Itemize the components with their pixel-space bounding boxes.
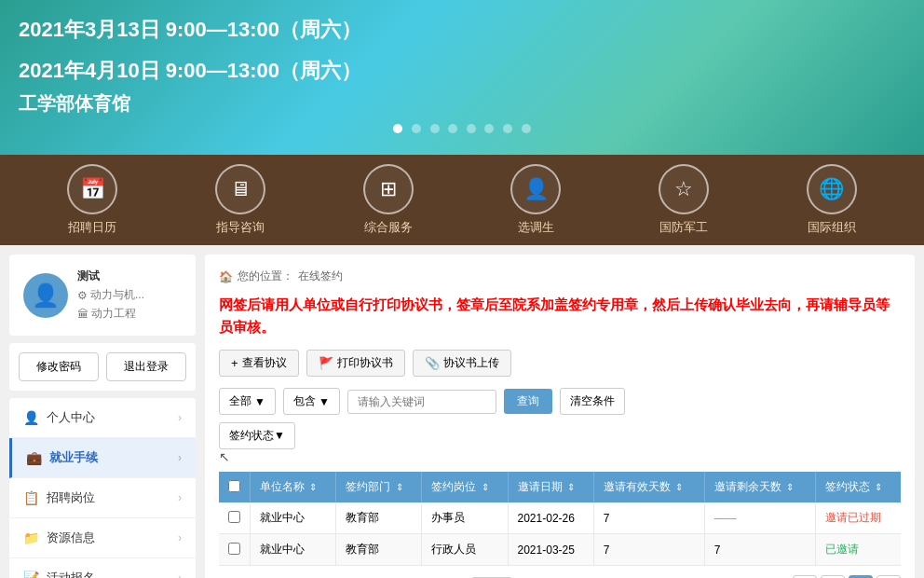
change-password-button[interactable]: 修改密码 bbox=[19, 352, 99, 381]
row-checkbox[interactable] bbox=[228, 511, 240, 523]
banner-date1: 2021年3月13日 9:00—13:00（周六） bbox=[19, 9, 905, 50]
banner-location: 工学部体育馆 bbox=[19, 91, 905, 117]
breadcrumb: 🏠 您的位置： 在线签约 bbox=[219, 268, 901, 284]
chevron-right-icon: › bbox=[178, 411, 182, 424]
chevron-right-icon-activities: › bbox=[178, 571, 182, 578]
sort-icon-remaining[interactable]: ⇕ bbox=[786, 482, 794, 492]
monitor-icon: 🖥 bbox=[215, 164, 265, 214]
clear-conditions-button[interactable]: 清空条件 bbox=[560, 388, 625, 415]
sort-icon-valid[interactable]: ⇕ bbox=[675, 482, 683, 492]
banner: 2021年3月13日 9:00—13:00（周六） 2021年4月10日 9:0… bbox=[0, 0, 924, 155]
banner-dates: 2021年3月13日 9:00—13:00（周六） 2021年4月10日 9:0… bbox=[19, 9, 905, 91]
table-header-valid-days: 邀请有效天数 ⇕ bbox=[593, 472, 704, 502]
plus-icon: + bbox=[231, 356, 238, 370]
sort-icon-position[interactable]: ⇕ bbox=[482, 482, 489, 492]
grid-icon: ⊞ bbox=[363, 164, 414, 214]
sidebar-buttons: 修改密码 退出登录 bbox=[9, 343, 196, 391]
row-checkbox[interactable] bbox=[228, 543, 240, 555]
star-icon: ☆ bbox=[659, 164, 709, 214]
profile-major: 🏛 动力工程 bbox=[77, 306, 144, 322]
row-status: 已邀请 bbox=[815, 534, 901, 566]
row-company: 就业中心 bbox=[251, 534, 336, 566]
building-icon: 🏛 bbox=[77, 308, 88, 321]
row-valid-days: 7 bbox=[593, 534, 704, 566]
main-content: 🏠 您的位置： 在线签约 网签后请用人单位或自行打印协议书，签章后至院系加盖签约… bbox=[205, 255, 915, 578]
search-bar: 全部 ▼ 包含 ▼ 查询 清空条件 bbox=[219, 388, 901, 415]
menu-label-resources: 资源信息 bbox=[47, 530, 95, 546]
nav-label-defense: 国防军工 bbox=[659, 219, 708, 236]
table-row: 就业中心 教育部 行政人员 2021-03-25 7 7 已邀请 bbox=[219, 534, 901, 566]
sidebar-menu: 👤 个人中心 › 💼 就业手续 › 📋 招聘岗位 › bbox=[9, 398, 196, 578]
nav-item-comprehensive[interactable]: ⊞ 综合服务 bbox=[363, 164, 414, 236]
nav-item-recruitment-calendar[interactable]: 📅 招聘日历 bbox=[67, 164, 117, 236]
sidebar-item-jobs[interactable]: 📋 招聘岗位 › bbox=[9, 478, 196, 518]
cursor-indicator: ↖ bbox=[219, 449, 230, 464]
notice-text: 网签后请用人单位或自行打印协议书，签章后至院系加盖签约专用章，然后上传确认毕业去… bbox=[219, 294, 901, 338]
sidebar-item-personal-center[interactable]: 👤 个人中心 › bbox=[9, 398, 196, 438]
logout-button[interactable]: 退出登录 bbox=[106, 352, 186, 381]
row-position: 行政人员 bbox=[422, 534, 508, 566]
table-header-checkbox bbox=[219, 472, 251, 502]
sort-icon-company[interactable]: ⇕ bbox=[309, 482, 317, 492]
action-bar: + 查看协议 🚩 打印协议书 📎 协议书上传 bbox=[219, 350, 901, 377]
table-header-position: 签约岗位 ⇕ bbox=[422, 472, 508, 502]
view-agreement-button[interactable]: + 查看协议 bbox=[219, 350, 299, 377]
briefcase-menu-icon: 💼 bbox=[26, 450, 42, 465]
main-container: 👤 测试 ⚙ 动力与机... 🏛 动力工程 修改密码 退出登录 👤 bbox=[0, 245, 924, 578]
profile-name: 测试 bbox=[77, 268, 144, 284]
print-agreement-button[interactable]: 🚩 打印协议书 bbox=[306, 350, 405, 377]
globe-icon: 🌐 bbox=[807, 164, 857, 214]
sort-icon-dept[interactable]: ⇕ bbox=[396, 482, 403, 492]
nav-item-international[interactable]: 🌐 国际组织 bbox=[807, 164, 857, 236]
table-header-remaining-days: 邀请剩余天数 ⇕ bbox=[704, 472, 815, 502]
select-all-checkbox[interactable] bbox=[228, 480, 240, 492]
nav-item-xuandiao[interactable]: 👤 选调生 bbox=[510, 164, 561, 236]
upload-icon: 📎 bbox=[425, 356, 440, 370]
table-header-company: 单位名称 ⇕ bbox=[251, 472, 336, 502]
table-header-status: 签约状态 ⇕ bbox=[815, 472, 901, 502]
row-position: 办事员 bbox=[422, 502, 508, 534]
menu-label-employment: 就业手续 bbox=[49, 449, 98, 466]
nav-label-recruitment: 招聘日历 bbox=[68, 219, 116, 236]
row-dept: 教育部 bbox=[336, 502, 422, 534]
doc-menu-icon: 📝 bbox=[23, 571, 39, 578]
breadcrumb-current: 在线签约 bbox=[298, 268, 343, 284]
nav-label-international: 国际组织 bbox=[808, 219, 856, 236]
breadcrumb-separator: 您的位置： bbox=[238, 268, 293, 284]
sidebar: 👤 测试 ⚙ 动力与机... 🏛 动力工程 修改密码 退出登录 👤 bbox=[9, 255, 196, 578]
sort-icon-date[interactable]: ⇕ bbox=[567, 482, 575, 492]
row-checkbox-cell bbox=[219, 502, 251, 534]
profile-dept: ⚙ 动力与机... bbox=[77, 287, 144, 303]
sidebar-item-resources[interactable]: 📁 资源信息 › bbox=[9, 518, 196, 558]
match-dropdown[interactable]: 包含 ▼ bbox=[283, 388, 340, 415]
home-icon: 🏠 bbox=[219, 270, 233, 283]
nav-item-guidance[interactable]: 🖥 指导咨询 bbox=[215, 164, 265, 236]
print-icon: 🚩 bbox=[319, 356, 333, 370]
menu-label-activities: 活动报名 bbox=[47, 570, 95, 578]
sidebar-item-activities[interactable]: 📝 活动报名 › bbox=[9, 558, 196, 578]
nav-label-xuandiao: 选调生 bbox=[518, 219, 554, 236]
search-input[interactable] bbox=[347, 390, 496, 414]
banner-date2: 2021年4月10日 9:00—13:00（周六） bbox=[19, 50, 905, 91]
chevron-down-icon-match: ▼ bbox=[319, 395, 330, 408]
row-invite-date: 2021-02-26 bbox=[508, 502, 593, 534]
sidebar-profile: 👤 测试 ⚙ 动力与机... 🏛 动力工程 bbox=[9, 255, 196, 336]
status-filter-dropdown[interactable]: 签约状态▼ bbox=[219, 422, 295, 449]
menu-label-personal: 个人中心 bbox=[47, 409, 95, 426]
scope-dropdown[interactable]: 全部 ▼ bbox=[219, 388, 276, 415]
folder-menu-icon: 📁 bbox=[23, 530, 39, 545]
menu-label-jobs: 招聘岗位 bbox=[47, 489, 95, 506]
sidebar-item-employment[interactable]: 💼 就业手续 › bbox=[9, 438, 196, 478]
upload-agreement-button[interactable]: 📎 协议书上传 bbox=[413, 350, 511, 377]
nav-item-defense[interactable]: ☆ 国防军工 bbox=[659, 164, 709, 236]
sort-icon-status[interactable]: ⇕ bbox=[875, 482, 882, 492]
search-button[interactable]: 查询 bbox=[504, 389, 552, 414]
row-valid-days: 7 bbox=[593, 502, 704, 534]
row-dept: 教育部 bbox=[336, 534, 422, 566]
settings-icon: ⚙ bbox=[77, 289, 88, 302]
nav-label-guidance: 指导咨询 bbox=[216, 219, 265, 236]
person-icon: 👤 bbox=[510, 164, 561, 214]
chevron-right-icon-resources: › bbox=[178, 531, 182, 544]
status-filter-row: 签约状态▼ ↖ bbox=[219, 422, 901, 464]
banner-dots bbox=[19, 122, 905, 136]
